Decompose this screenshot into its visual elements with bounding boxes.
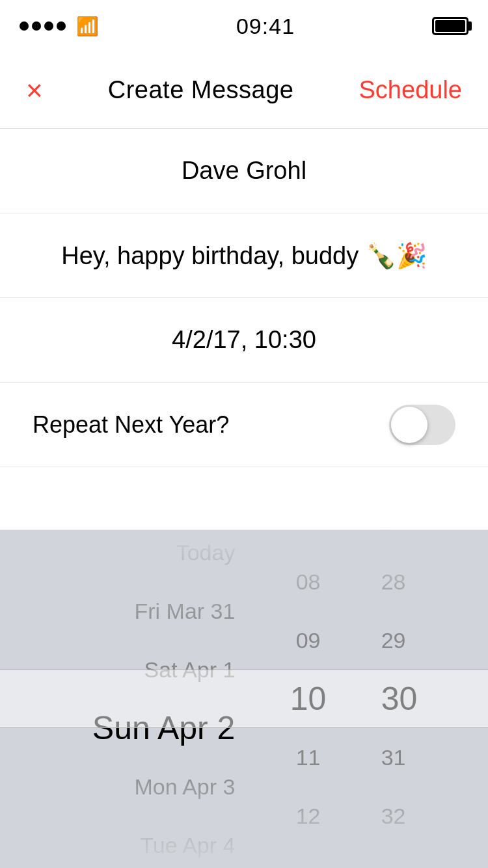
picker-columns: WedTodayFri Mar 31Sat Apr 1Sun Apr 2Mon … [0, 530, 488, 868]
battery-fill [435, 20, 465, 32]
close-button[interactable]: × [26, 76, 43, 105]
picker-hour-item[interactable]: 10 [290, 670, 327, 728]
toggle-knob [391, 407, 427, 443]
content-area: Dave Grohl Hey, happy birthday, buddy 🍾🎉… [0, 129, 488, 467]
picker-hour-item[interactable]: 09 [296, 611, 321, 670]
picker-date-item[interactable]: Tue Apr 4 [140, 816, 235, 868]
picker-date-item[interactable]: Sun Apr 2 [92, 699, 236, 757]
page-title: Create Message [108, 76, 294, 104]
datetime-row[interactable]: 4/2/17, 10:30 [0, 298, 488, 383]
recipient-row[interactable]: Dave Grohl [0, 129, 488, 213]
picker-minute-item[interactable]: 27 [381, 530, 406, 552]
picker-hour-column[interactable]: 07080910111213 [254, 530, 361, 868]
picker-minute-item[interactable]: 33 [381, 845, 406, 868]
picker-date-items: WedTodayFri Mar 31Sat Apr 1Sun Apr 2Mon … [92, 530, 236, 868]
datetime-value: 4/2/17, 10:30 [146, 306, 342, 373]
battery-icon [432, 17, 468, 35]
picker-hour-item[interactable]: 13 [296, 845, 321, 868]
repeat-toggle[interactable] [389, 405, 455, 445]
repeat-row: Repeat Next Year? [0, 383, 488, 467]
picker-date-item[interactable]: Today [176, 530, 236, 582]
picker-hour-item[interactable]: 11 [296, 728, 321, 787]
picker-minute-column[interactable]: 27282930313233 [362, 530, 488, 868]
picker-minute-item[interactable]: 30 [381, 670, 418, 728]
wifi-icon: 📶 [76, 16, 99, 37]
picker-date-item[interactable]: Sat Apr 1 [144, 640, 236, 699]
schedule-button[interactable]: Schedule [359, 76, 462, 104]
recipient-name: Dave Grohl [156, 137, 332, 204]
picker-minute-item[interactable]: 32 [381, 787, 406, 845]
message-text: Hey, happy birthday, buddy 🍾🎉 [35, 222, 453, 290]
nav-bar: × Create Message Schedule [0, 52, 488, 129]
picker-hour-item[interactable]: 07 [296, 530, 321, 552]
message-row[interactable]: Hey, happy birthday, buddy 🍾🎉 [0, 213, 488, 298]
picker-hour-item[interactable]: 12 [296, 787, 321, 845]
status-time: 09:41 [236, 14, 295, 39]
dot-2 [32, 21, 41, 31]
picker-minute-item[interactable]: 28 [381, 552, 406, 611]
repeat-label: Repeat Next Year? [33, 411, 229, 439]
picker-minute-item[interactable]: 31 [381, 728, 406, 787]
picker-date-item[interactable]: Mon Apr 3 [134, 757, 235, 816]
date-time-picker[interactable]: WedTodayFri Mar 31Sat Apr 1Sun Apr 2Mon … [0, 530, 488, 868]
signal-area: 📶 [20, 16, 99, 37]
picker-date-column[interactable]: WedTodayFri Mar 31Sat Apr 1Sun Apr 2Mon … [0, 530, 254, 868]
status-bar: 📶 09:41 [0, 0, 488, 52]
dot-1 [20, 21, 29, 31]
picker-hour-items: 07080910111213 [290, 530, 327, 868]
picker-minute-item[interactable]: 29 [381, 611, 406, 670]
picker-date-item[interactable]: Fri Mar 31 [135, 582, 236, 640]
picker-minute-items: 27282930313233 [381, 530, 418, 868]
signal-dots [20, 21, 66, 31]
picker-hour-item[interactable]: 08 [296, 552, 321, 611]
dot-4 [57, 21, 66, 31]
dot-3 [44, 21, 53, 31]
